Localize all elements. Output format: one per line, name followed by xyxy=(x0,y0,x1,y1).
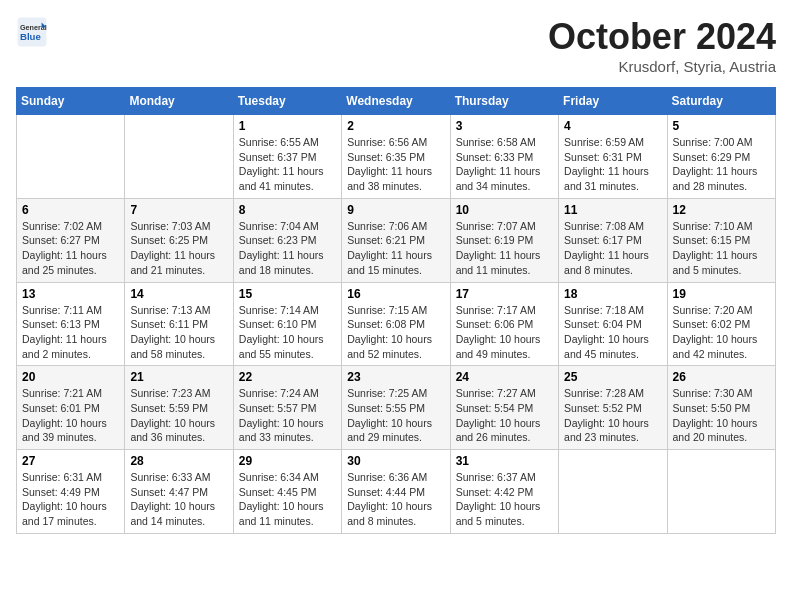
calendar-day-cell: 24Sunrise: 7:27 AM Sunset: 5:54 PM Dayli… xyxy=(450,366,558,450)
day-number: 8 xyxy=(239,203,336,217)
day-info: Sunrise: 7:21 AM Sunset: 6:01 PM Dayligh… xyxy=(22,386,119,445)
weekday-header: Tuesday xyxy=(233,88,341,115)
calendar-day-cell: 1Sunrise: 6:55 AM Sunset: 6:37 PM Daylig… xyxy=(233,115,341,199)
svg-text:Blue: Blue xyxy=(20,31,41,42)
day-info: Sunrise: 7:08 AM Sunset: 6:17 PM Dayligh… xyxy=(564,219,661,278)
day-number: 7 xyxy=(130,203,227,217)
calendar-day-cell: 11Sunrise: 7:08 AM Sunset: 6:17 PM Dayli… xyxy=(559,198,667,282)
calendar-day-cell: 8Sunrise: 7:04 AM Sunset: 6:23 PM Daylig… xyxy=(233,198,341,282)
day-number: 2 xyxy=(347,119,444,133)
day-number: 19 xyxy=(673,287,770,301)
day-number: 26 xyxy=(673,370,770,384)
calendar-day-cell xyxy=(17,115,125,199)
day-info: Sunrise: 7:10 AM Sunset: 6:15 PM Dayligh… xyxy=(673,219,770,278)
day-number: 1 xyxy=(239,119,336,133)
calendar-day-cell xyxy=(667,450,775,534)
day-info: Sunrise: 6:37 AM Sunset: 4:42 PM Dayligh… xyxy=(456,470,553,529)
day-info: Sunrise: 7:28 AM Sunset: 5:52 PM Dayligh… xyxy=(564,386,661,445)
day-info: Sunrise: 7:03 AM Sunset: 6:25 PM Dayligh… xyxy=(130,219,227,278)
day-info: Sunrise: 6:55 AM Sunset: 6:37 PM Dayligh… xyxy=(239,135,336,194)
title-block: October 2024 Krusdorf, Styria, Austria xyxy=(548,16,776,75)
day-info: Sunrise: 7:04 AM Sunset: 6:23 PM Dayligh… xyxy=(239,219,336,278)
calendar-week-row: 1Sunrise: 6:55 AM Sunset: 6:37 PM Daylig… xyxy=(17,115,776,199)
day-info: Sunrise: 6:36 AM Sunset: 4:44 PM Dayligh… xyxy=(347,470,444,529)
day-info: Sunrise: 7:23 AM Sunset: 5:59 PM Dayligh… xyxy=(130,386,227,445)
day-number: 10 xyxy=(456,203,553,217)
calendar-day-cell: 17Sunrise: 7:17 AM Sunset: 6:06 PM Dayli… xyxy=(450,282,558,366)
calendar-day-cell: 7Sunrise: 7:03 AM Sunset: 6:25 PM Daylig… xyxy=(125,198,233,282)
day-info: Sunrise: 7:17 AM Sunset: 6:06 PM Dayligh… xyxy=(456,303,553,362)
day-info: Sunrise: 6:31 AM Sunset: 4:49 PM Dayligh… xyxy=(22,470,119,529)
weekday-header: Monday xyxy=(125,88,233,115)
calendar-day-cell: 13Sunrise: 7:11 AM Sunset: 6:13 PM Dayli… xyxy=(17,282,125,366)
day-number: 23 xyxy=(347,370,444,384)
calendar-day-cell: 18Sunrise: 7:18 AM Sunset: 6:04 PM Dayli… xyxy=(559,282,667,366)
day-info: Sunrise: 6:58 AM Sunset: 6:33 PM Dayligh… xyxy=(456,135,553,194)
calendar-day-cell: 29Sunrise: 6:34 AM Sunset: 4:45 PM Dayli… xyxy=(233,450,341,534)
day-number: 24 xyxy=(456,370,553,384)
calendar-day-cell: 27Sunrise: 6:31 AM Sunset: 4:49 PM Dayli… xyxy=(17,450,125,534)
calendar-day-cell: 15Sunrise: 7:14 AM Sunset: 6:10 PM Dayli… xyxy=(233,282,341,366)
day-info: Sunrise: 7:07 AM Sunset: 6:19 PM Dayligh… xyxy=(456,219,553,278)
day-number: 3 xyxy=(456,119,553,133)
calendar-day-cell: 31Sunrise: 6:37 AM Sunset: 4:42 PM Dayli… xyxy=(450,450,558,534)
calendar-day-cell: 10Sunrise: 7:07 AM Sunset: 6:19 PM Dayli… xyxy=(450,198,558,282)
day-info: Sunrise: 7:25 AM Sunset: 5:55 PM Dayligh… xyxy=(347,386,444,445)
calendar-day-cell: 25Sunrise: 7:28 AM Sunset: 5:52 PM Dayli… xyxy=(559,366,667,450)
day-number: 31 xyxy=(456,454,553,468)
calendar-week-row: 13Sunrise: 7:11 AM Sunset: 6:13 PM Dayli… xyxy=(17,282,776,366)
day-info: Sunrise: 7:06 AM Sunset: 6:21 PM Dayligh… xyxy=(347,219,444,278)
day-number: 14 xyxy=(130,287,227,301)
day-info: Sunrise: 6:33 AM Sunset: 4:47 PM Dayligh… xyxy=(130,470,227,529)
logo-icon: General Blue xyxy=(16,16,48,48)
calendar-day-cell: 2Sunrise: 6:56 AM Sunset: 6:35 PM Daylig… xyxy=(342,115,450,199)
day-info: Sunrise: 6:59 AM Sunset: 6:31 PM Dayligh… xyxy=(564,135,661,194)
calendar-day-cell: 12Sunrise: 7:10 AM Sunset: 6:15 PM Dayli… xyxy=(667,198,775,282)
day-number: 28 xyxy=(130,454,227,468)
calendar-week-row: 27Sunrise: 6:31 AM Sunset: 4:49 PM Dayli… xyxy=(17,450,776,534)
day-number: 27 xyxy=(22,454,119,468)
calendar-table: SundayMondayTuesdayWednesdayThursdayFrid… xyxy=(16,87,776,534)
calendar-header-row: SundayMondayTuesdayWednesdayThursdayFrid… xyxy=(17,88,776,115)
weekday-header: Saturday xyxy=(667,88,775,115)
logo: General Blue xyxy=(16,16,48,48)
day-number: 9 xyxy=(347,203,444,217)
weekday-header: Thursday xyxy=(450,88,558,115)
calendar-day-cell: 23Sunrise: 7:25 AM Sunset: 5:55 PM Dayli… xyxy=(342,366,450,450)
calendar-day-cell xyxy=(125,115,233,199)
weekday-header: Friday xyxy=(559,88,667,115)
day-info: Sunrise: 6:34 AM Sunset: 4:45 PM Dayligh… xyxy=(239,470,336,529)
calendar-week-row: 6Sunrise: 7:02 AM Sunset: 6:27 PM Daylig… xyxy=(17,198,776,282)
page-header: General Blue October 2024 Krusdorf, Styr… xyxy=(16,16,776,75)
calendar-day-cell: 28Sunrise: 6:33 AM Sunset: 4:47 PM Dayli… xyxy=(125,450,233,534)
day-number: 22 xyxy=(239,370,336,384)
day-number: 17 xyxy=(456,287,553,301)
calendar-week-row: 20Sunrise: 7:21 AM Sunset: 6:01 PM Dayli… xyxy=(17,366,776,450)
calendar-day-cell: 9Sunrise: 7:06 AM Sunset: 6:21 PM Daylig… xyxy=(342,198,450,282)
calendar-day-cell: 22Sunrise: 7:24 AM Sunset: 5:57 PM Dayli… xyxy=(233,366,341,450)
calendar-day-cell xyxy=(559,450,667,534)
calendar-day-cell: 6Sunrise: 7:02 AM Sunset: 6:27 PM Daylig… xyxy=(17,198,125,282)
calendar-day-cell: 21Sunrise: 7:23 AM Sunset: 5:59 PM Dayli… xyxy=(125,366,233,450)
month-title: October 2024 xyxy=(548,16,776,58)
day-number: 18 xyxy=(564,287,661,301)
day-number: 25 xyxy=(564,370,661,384)
day-info: Sunrise: 7:30 AM Sunset: 5:50 PM Dayligh… xyxy=(673,386,770,445)
day-number: 5 xyxy=(673,119,770,133)
calendar-day-cell: 19Sunrise: 7:20 AM Sunset: 6:02 PM Dayli… xyxy=(667,282,775,366)
day-info: Sunrise: 7:13 AM Sunset: 6:11 PM Dayligh… xyxy=(130,303,227,362)
day-number: 4 xyxy=(564,119,661,133)
day-info: Sunrise: 7:14 AM Sunset: 6:10 PM Dayligh… xyxy=(239,303,336,362)
day-info: Sunrise: 6:56 AM Sunset: 6:35 PM Dayligh… xyxy=(347,135,444,194)
day-number: 30 xyxy=(347,454,444,468)
calendar-day-cell: 30Sunrise: 6:36 AM Sunset: 4:44 PM Dayli… xyxy=(342,450,450,534)
calendar-day-cell: 5Sunrise: 7:00 AM Sunset: 6:29 PM Daylig… xyxy=(667,115,775,199)
day-number: 16 xyxy=(347,287,444,301)
day-info: Sunrise: 7:27 AM Sunset: 5:54 PM Dayligh… xyxy=(456,386,553,445)
day-number: 21 xyxy=(130,370,227,384)
location: Krusdorf, Styria, Austria xyxy=(548,58,776,75)
calendar-day-cell: 26Sunrise: 7:30 AM Sunset: 5:50 PM Dayli… xyxy=(667,366,775,450)
day-info: Sunrise: 7:11 AM Sunset: 6:13 PM Dayligh… xyxy=(22,303,119,362)
day-number: 29 xyxy=(239,454,336,468)
calendar-day-cell: 16Sunrise: 7:15 AM Sunset: 6:08 PM Dayli… xyxy=(342,282,450,366)
